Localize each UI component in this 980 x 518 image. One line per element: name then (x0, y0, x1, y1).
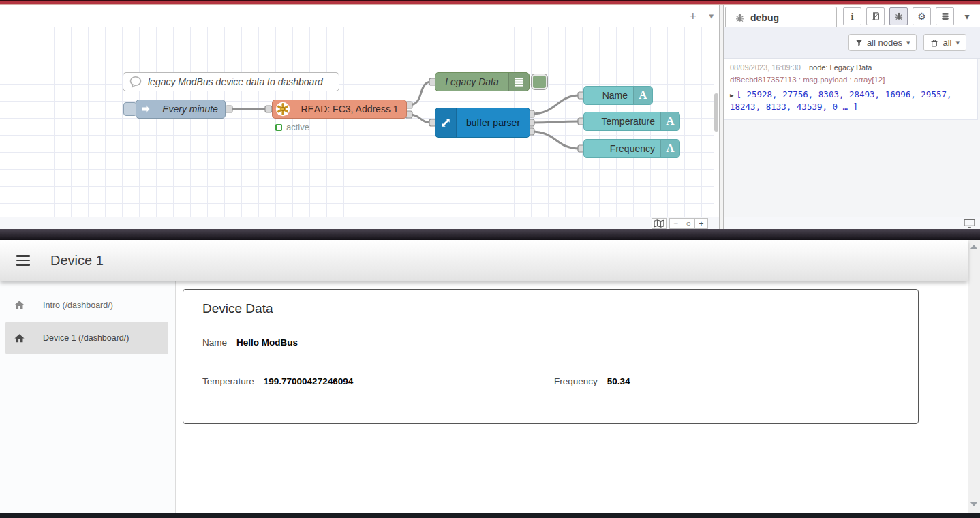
buffer-parser-label: buffer parser (457, 117, 530, 128)
filter-nodes-label: all nodes (867, 37, 902, 48)
nav-item-label: Intro (/dashboard/) (43, 301, 113, 310)
device-data-card: Device Data Name Hello ModBus Temperatur… (183, 289, 919, 424)
field-value: 199.77000427246094 (264, 376, 353, 386)
status-text: active (286, 122, 309, 132)
debug-node-legacy-data[interactable]: Legacy Data (435, 72, 530, 91)
field-name: Name Hello ModBus (202, 337, 298, 348)
field-value: 50.34 (607, 376, 630, 386)
monitor-icon (964, 219, 975, 228)
modbus-read-node[interactable]: READ: FC3, Address 1 (272, 100, 407, 119)
modbus-icon (273, 100, 293, 118)
ui-node-label: Temperature (584, 116, 660, 127)
inject-node[interactable]: Every minute (136, 100, 226, 119)
debug-message-payload[interactable]: ▶[ 25928, 27756, 8303, 28493, 16996, 295… (730, 89, 972, 113)
bug-icon (894, 12, 904, 21)
scroll-up-arrow-icon[interactable] (970, 245, 977, 249)
canvas-footer: − ○ + (0, 217, 719, 229)
buffer-parser-node[interactable]: buffer parser (435, 108, 530, 138)
ui-node-label: Name (584, 90, 633, 101)
sidebar-splitter[interactable] (719, 5, 724, 229)
debug-sidebar-footer (724, 217, 980, 229)
flow-tabbar: + ▾ (0, 5, 719, 27)
zoom-reset-button[interactable]: ○ (682, 218, 695, 229)
trash-icon (930, 39, 938, 47)
field-frequency: Frequency 50.34 (554, 376, 630, 386)
text-widget-icon: A (633, 87, 652, 104)
clear-scope-label: all (943, 37, 951, 48)
ui-node-label: Frequency (584, 143, 660, 154)
debug-timestamp: 08/09/2023, 16:09:30 (730, 63, 801, 72)
info-tab-button[interactable]: i (843, 7, 861, 25)
database-icon (940, 12, 950, 21)
dashboard-body: Intro (/dashboard/) Device 1 (/dashboard… (0, 281, 968, 513)
menu-hamburger-icon[interactable] (16, 255, 30, 266)
debug-filter-toolbar: all nodes ▾ all ▾ (724, 27, 980, 59)
status-square-icon (275, 124, 282, 131)
debug-message[interactable]: 08/09/2023, 16:09:30 node: Legacy Data d… (724, 59, 978, 120)
nav-item-device-1[interactable]: Device 1 (/dashboard/) (0, 322, 176, 354)
ui-text-node-name[interactable]: Name A (583, 86, 653, 105)
payload-line: [ 25928, 27756, 8303, 28493, 16996, 2955… (736, 89, 951, 100)
open-debug-window-button[interactable] (964, 219, 975, 228)
debug-enable-toggle[interactable] (532, 74, 547, 89)
zoom-out-button[interactable]: − (669, 218, 682, 229)
comment-node[interactable]: legacy ModBus device data to dashboard (123, 72, 339, 91)
debug-tab-button[interactable] (889, 7, 908, 25)
zoom-in-button[interactable]: + (695, 218, 708, 229)
dashboard-window: Device 1 Intro (/dashboard/) Device 1 (/… (0, 240, 980, 513)
home-icon (14, 299, 25, 311)
window-separator (0, 229, 980, 240)
window-bottom-edge (0, 513, 980, 518)
screen: + ▾ (0, 0, 980, 518)
flow-menu-caret-icon[interactable]: ▾ (709, 11, 714, 21)
tab-debug-label: debug (750, 12, 779, 23)
zoom-button-group: − ○ + (669, 218, 708, 229)
inject-trigger-button[interactable] (123, 102, 137, 116)
comment-node-label: legacy ModBus device data to dashboard (148, 76, 339, 87)
sidebar-tab-header: debug i ⚙ ▾ (724, 5, 980, 27)
expand-triangle-icon[interactable]: ▶ (730, 92, 733, 99)
map-icon (654, 219, 664, 228)
text-widget-icon: A (660, 140, 679, 157)
filter-nodes-button[interactable]: all nodes ▾ (848, 34, 917, 51)
gear-icon: ⚙ (917, 11, 926, 22)
text-widget-icon: A (660, 112, 679, 130)
scroll-down-arrow-icon[interactable] (970, 502, 977, 506)
field-temperature: Temperature 199.77000427246094 (202, 376, 353, 386)
tab-debug[interactable]: debug (725, 7, 837, 28)
nav-item-intro[interactable]: Intro (/dashboard/) (0, 289, 176, 321)
config-tab-button[interactable]: ⚙ (913, 7, 931, 25)
dashboard-sidenav: Intro (/dashboard/) Device 1 (/dashboard… (0, 281, 176, 513)
canvas-vertical-scrollbar[interactable] (714, 93, 718, 132)
card-title: Device Data (202, 301, 273, 316)
debug-source-node: node: Legacy Data (809, 63, 872, 72)
book-icon (871, 12, 881, 21)
bug-icon (735, 13, 745, 23)
field-label: Temperature (202, 376, 254, 386)
caret-down-icon: ▾ (955, 38, 960, 47)
navigator-map-button[interactable] (652, 218, 667, 229)
node-red-editor: + ▾ (0, 5, 980, 229)
tab-actions: + ▾ (682, 5, 714, 27)
debug-list-icon (508, 73, 529, 91)
caret-down-icon: ▾ (906, 38, 910, 47)
modbus-node-label: READ: FC3, Address 1 (293, 104, 406, 115)
flow-canvas[interactable]: + ▾ (0, 5, 719, 229)
add-flow-button[interactable]: + (689, 10, 696, 22)
buffer-parser-arrows-icon (435, 108, 457, 137)
help-tab-button[interactable] (866, 7, 885, 25)
dashboard-scrollbar[interactable] (968, 240, 980, 513)
debug-node-label: Legacy Data (435, 76, 508, 87)
browser-top-strip (0, 0, 980, 5)
inject-node-label: Every minute (155, 104, 225, 115)
context-tab-button[interactable] (936, 7, 954, 25)
comment-bubble-icon (123, 73, 148, 91)
ui-text-node-temperature[interactable]: Temperature A (583, 112, 680, 131)
debug-message-header: 08/09/2023, 16:09:30 node: Legacy Data (730, 63, 972, 72)
funnel-icon (855, 39, 863, 46)
home-icon (14, 333, 25, 344)
clear-messages-button[interactable]: all ▾ (923, 34, 966, 51)
sidebar-menu-caret-icon[interactable]: ▾ (960, 7, 974, 25)
ui-text-node-frequency[interactable]: Frequency A (583, 139, 680, 158)
field-value: Hello ModBus (236, 337, 298, 348)
